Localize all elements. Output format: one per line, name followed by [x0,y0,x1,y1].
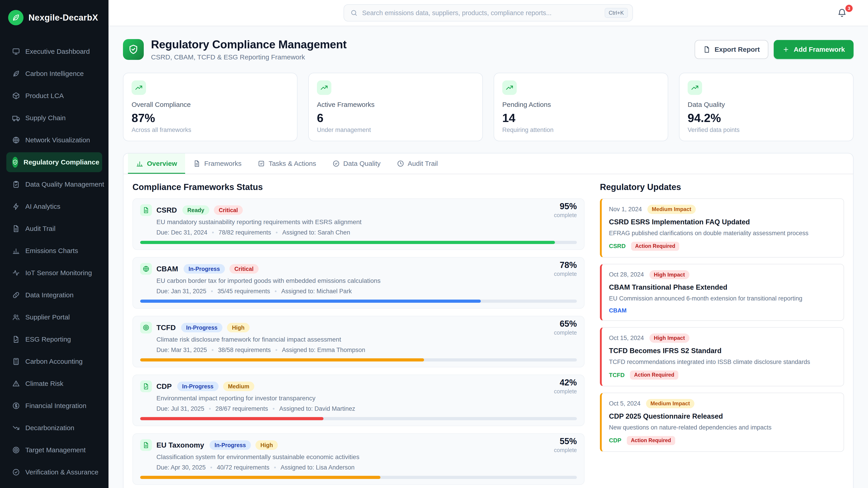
tab-tasks-actions[interactable]: Tasks & Actions [250,153,324,174]
update-card-csrd-esrs-implementation-faq-updated[interactable]: Nov 1, 2024Medium ImpactCSRD ESRS Implem… [600,198,844,258]
sidebar-item-product-lca[interactable]: Product LCA [6,86,102,106]
update-card-cbam-transitional-phase-extended[interactable]: Oct 28, 2024High ImpactCBAM Transitional… [600,264,844,321]
file-text-icon [12,225,20,232]
framework-meta: Due: Jul 31, 2025•28/67 requirements•Ass… [156,405,577,413]
alert-triangle-icon [12,380,20,387]
page-content: Regulatory Compliance Management CSRD, C… [108,26,868,488]
stat-card-overall-compliance: Overall Compliance87%Across all framewor… [123,73,298,141]
stat-card-data-quality: Data Quality94.2%Verified data points [679,73,854,141]
alert-triangle-icon [12,380,20,387]
sidebar-item-supplier-portal[interactable]: Supplier Portal [6,307,102,327]
sidebar-item-carbon-accounting[interactable]: Carbon Accounting [6,352,102,371]
truck-icon [12,114,20,122]
sidebar-item-label: Carbon Accounting [25,358,83,365]
file-text-icon [143,442,149,449]
sidebar-item-executive-dashboard[interactable]: Executive Dashboard [6,41,102,61]
framework-card-cdp[interactable]: CDPIn-ProgressMedium42%completeEnvironme… [132,375,585,426]
tab-bar: OverviewFrameworksTasks & ActionsData Qu… [123,153,853,174]
sidebar-item-climate-risk[interactable]: Climate Risk [6,374,102,394]
sidebar-item-label: Audit Trail [25,225,55,232]
search-input[interactable] [362,9,600,17]
sidebar-item-audit-trail[interactable]: Audit Trail [6,219,102,238]
updates-list: Nov 1, 2024Medium ImpactCSRD ESRS Implem… [600,198,844,452]
impact-badge: Medium Impact [646,399,694,408]
global-search[interactable]: Ctrl+K [344,4,633,22]
update-card-cdp-2025-questionnaire-released[interactable]: Oct 5, 2024Medium ImpactCDP 2025 Questio… [600,393,844,452]
stat-sub: Across all frameworks [131,127,289,133]
zap-icon [12,203,20,210]
sidebar-item-carbon-intelligence[interactable]: Carbon Intelligence [6,64,102,84]
add-framework-button[interactable]: Add Framework [774,40,854,59]
shield-check-icon [128,44,139,55]
sidebar-item-data-integration[interactable]: Data Integration [6,285,102,305]
clock-icon [397,160,404,167]
badge-check-icon [12,468,20,476]
tab-overview[interactable]: Overview [128,153,185,174]
sidebar-item-label: ESG Reporting [25,335,71,343]
stat-value: 87% [131,111,289,125]
progress-bar [140,300,577,303]
bell-icon [837,8,847,18]
shield-check-icon [12,157,18,168]
framework-status-badge: In-Progress [210,440,251,450]
framework-percent: 42% [560,378,577,387]
sidebar-item-financial-integration[interactable]: Financial Integration [6,396,102,416]
check-square-icon [258,160,265,167]
shield-check-icon [123,39,144,60]
page-titles: Regulatory Compliance Management CSRD, C… [151,38,346,61]
calculator-icon [12,358,20,365]
tab-audit-trail[interactable]: Audit Trail [389,153,446,174]
framework-percent: 78% [560,261,577,269]
sidebar-item-ai-analytics[interactable]: AI Analytics [6,197,102,217]
framework-priority-badge: Critical [214,205,243,215]
stat-label: Pending Actions [502,101,659,108]
topbar: Ctrl+K 3 [108,0,868,26]
app-logo[interactable]: Nexgile-DecarbX [6,9,102,26]
sidebar-item-target-management[interactable]: Target Management [6,440,102,460]
framework-due: Due: Jan 31, 2025 [156,287,206,295]
notifications-button[interactable]: 3 [837,6,851,20]
activity-icon [12,269,20,277]
impact-badge: Medium Impact [647,205,696,214]
framework-due: Due: Dec 31, 2024 [156,229,207,236]
framework-card-tcfd[interactable]: TCFDIn-ProgressHigh65%completeClimate ri… [132,316,585,367]
trending-up-icon [135,84,143,92]
update-title: CSRD ESRS Implementation FAQ Updated [609,218,836,226]
framework-card-eu-taxonomy[interactable]: EU TaxonomyIn-ProgressHigh55%completeCla… [132,433,585,485]
sidebar-item-iot-sensor-monitoring[interactable]: IoT Sensor Monitoring [6,263,102,283]
tab-data-quality[interactable]: Data Quality [324,153,389,174]
sidebar-item-data-quality-management[interactable]: Data Quality Management [6,174,102,194]
update-card-tcfd-becomes-ifrs-s2-standard[interactable]: Oct 15, 2024High ImpactTCFD Becomes IFRS… [600,327,844,386]
update-title: TCFD Becomes IFRS S2 Standard [609,347,836,355]
sidebar-item-regulatory-compliance[interactable]: Regulatory Compliance [6,152,102,172]
sidebar-item-esg-reporting[interactable]: ESG Reporting [6,329,102,349]
search-shortcut: Ctrl+K [604,8,628,18]
framework-assignee: Assigned to: Sarah Chen [282,229,350,236]
sidebar-item-label: Executive Dashboard [25,48,90,55]
trending-up-icon [317,80,331,95]
sidebar-item-supply-chain[interactable]: Supply Chain [6,108,102,128]
export-report-button[interactable]: Export Report [694,40,768,59]
sidebar-item-network-visualization[interactable]: Network Visualization [6,130,102,150]
target-icon [12,446,20,454]
target-icon [140,322,152,333]
framework-card-cbam[interactable]: CBAMIn-ProgressCritical78%completeEU car… [132,257,585,308]
framework-assignee: Assigned to: Emma Thompson [282,346,365,354]
tab-label: Audit Trail [408,160,438,167]
sidebar-item-emissions-charts[interactable]: Emissions Charts [6,241,102,261]
framework-card-csrd[interactable]: CSRDReadyCritical95%completeEU mandatory… [132,198,585,250]
file-text-icon [193,160,200,167]
framework-description: Climate risk disclosure framework for fi… [156,335,577,344]
tab-frameworks[interactable]: Frameworks [185,153,250,174]
sidebar-item-verification-assurance[interactable]: Verification & Assurance [6,462,102,482]
action-required-badge: Action Required [631,242,680,251]
notification-badge: 3 [845,5,852,12]
file-text-icon [140,204,152,216]
sidebar-item-decarbonization[interactable]: Decarbonization [6,418,102,438]
framework-percent: 95% [560,202,577,210]
panel-columns: Compliance Frameworks Status CSRDReadyCr… [123,174,853,488]
framework-meta: Due: Apr 30, 2025•40/72 requirements•Ass… [156,464,577,471]
file-text-icon [12,225,20,232]
framework-assignee: Assigned to: Lisa Anderson [281,464,354,471]
update-date: Oct 28, 2024 [609,271,644,278]
